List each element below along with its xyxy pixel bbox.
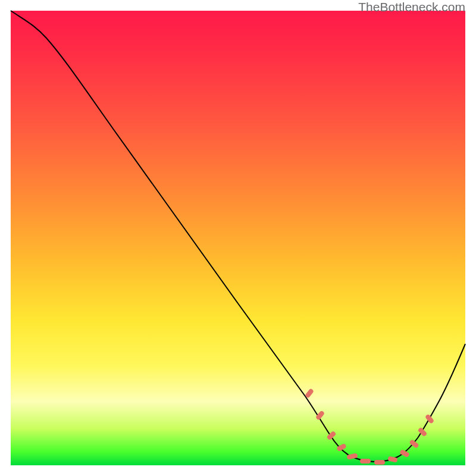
trough-marker	[360, 459, 371, 464]
trough-marker	[315, 410, 325, 420]
curve-layer	[11, 11, 465, 465]
watermark-text: TheBottleneck.com	[358, 0, 465, 14]
trough-marker	[336, 443, 347, 452]
chart-canvas: TheBottleneck.com	[0, 0, 476, 476]
trough-marker	[425, 414, 434, 424]
trough-marker	[374, 460, 385, 465]
trough-marker	[399, 449, 410, 458]
plot-area	[11, 11, 465, 465]
bottleneck-curve-path	[11, 11, 465, 462]
